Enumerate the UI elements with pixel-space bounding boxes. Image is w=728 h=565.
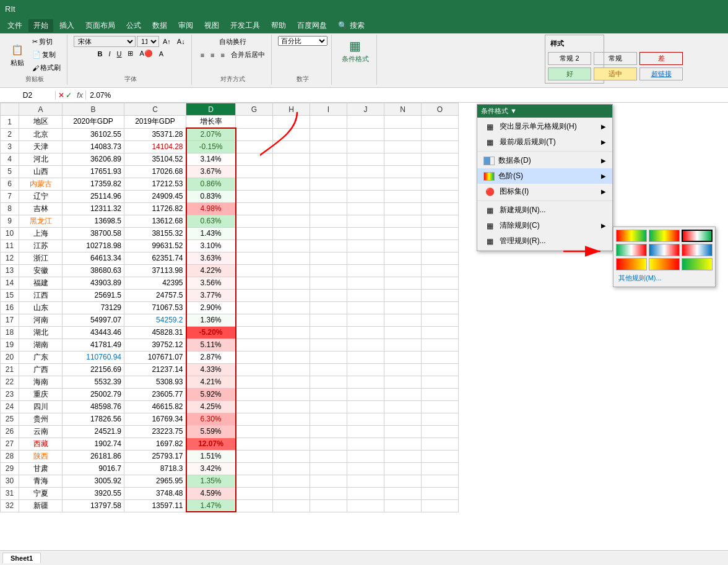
other-rules-link[interactable]: 其他规则(M)... <box>616 272 713 284</box>
cell-i-9[interactable] <box>310 215 347 227</box>
cell-g-18[interactable] <box>236 326 273 339</box>
cell-o-25[interactable] <box>422 413 459 425</box>
cell-o-14[interactable] <box>422 277 459 289</box>
cell-b-14[interactable]: 43903.89 <box>63 277 124 289</box>
cf-clearrule-item[interactable]: ▦ 清除规则(C) ▶ <box>477 218 612 233</box>
cell-g-9[interactable] <box>236 215 273 227</box>
underline-button[interactable]: U <box>115 49 124 59</box>
cell-j-24[interactable] <box>347 400 384 413</box>
cell-j-32[interactable] <box>347 499 384 512</box>
cell-o-31[interactable] <box>422 487 459 499</box>
cell-b-15[interactable]: 25691.5 <box>63 289 124 301</box>
cell-d-27[interactable]: 12.07% <box>186 438 236 450</box>
cell-j-28[interactable] <box>347 450 384 462</box>
cell-o-8[interactable] <box>422 202 459 215</box>
cell-d-22[interactable]: 4.21% <box>186 376 236 388</box>
cf-databar-item[interactable]: 数据条(D) ▶ <box>477 153 612 168</box>
style-normal2[interactable]: 常规 2 <box>548 52 591 65</box>
menu-review[interactable]: 审阅 <box>173 19 198 32</box>
cell-n-12[interactable] <box>384 252 422 264</box>
cell-b-18[interactable]: 43443.46 <box>63 326 124 339</box>
cell-h-31[interactable] <box>273 487 310 499</box>
cell-a-15[interactable]: 江西 <box>19 289 63 301</box>
cell-o-7[interactable] <box>422 190 459 202</box>
menu-insert[interactable]: 插入 <box>54 19 79 32</box>
cell-g-32[interactable] <box>236 499 273 512</box>
cell-o-12[interactable] <box>422 252 459 264</box>
cell-i-6[interactable] <box>310 178 347 190</box>
cell-o-23[interactable] <box>422 388 459 400</box>
cell-c-21[interactable]: 21237.14 <box>124 363 186 376</box>
cell-n-32[interactable] <box>384 499 422 512</box>
cell-n-18[interactable] <box>384 326 422 339</box>
cell-g-19[interactable] <box>236 339 273 351</box>
cell-o-10[interactable] <box>422 227 459 239</box>
cell-b-30[interactable]: 3005.92 <box>63 475 124 487</box>
cf-highlight-item[interactable]: ▦ 突出显示单元格规则(H) ▶ <box>477 119 612 134</box>
cell-g-24[interactable] <box>236 400 273 413</box>
cell-o-16[interactable] <box>422 301 459 314</box>
cell-a-25[interactable]: 贵州 <box>19 413 63 425</box>
cell-b-25[interactable]: 17826.56 <box>63 413 124 425</box>
cell-b-31[interactable]: 3920.55 <box>63 487 124 499</box>
cell-n-31[interactable] <box>384 487 422 499</box>
menu-help[interactable]: 帮助 <box>266 19 291 32</box>
cell-a-23[interactable]: 重庆 <box>19 388 63 400</box>
cell-d-8[interactable]: 4.98% <box>186 202 236 215</box>
cell-g-14[interactable] <box>236 277 273 289</box>
cell-i-17[interactable] <box>310 314 347 326</box>
cell-h-8[interactable] <box>273 202 310 215</box>
cell-b-29[interactable]: 9016.7 <box>63 462 124 475</box>
copy-button[interactable]: 📄 复制 <box>30 49 63 61</box>
style-normal[interactable]: 常规 <box>594 52 637 65</box>
cell-c-31[interactable]: 3748.48 <box>124 487 186 499</box>
sheet-tab-1[interactable]: Sheet1 <box>2 553 41 563</box>
cell-n-1[interactable] <box>384 116 422 129</box>
cell-h-6[interactable] <box>273 178 310 190</box>
cell-g-16[interactable] <box>236 301 273 314</box>
cell-d-2[interactable]: 2.07% <box>186 128 236 140</box>
cell-b-22[interactable]: 5532.39 <box>63 376 124 388</box>
cell-d-28[interactable]: 1.51% <box>186 450 236 462</box>
cell-d-10[interactable]: 1.43% <box>186 227 236 239</box>
cell-d-25[interactable]: 6.30% <box>186 413 236 425</box>
cell-a-19[interactable]: 湖南 <box>19 339 63 351</box>
cell-n-29[interactable] <box>384 462 422 475</box>
cell-a-24[interactable]: 四川 <box>19 400 63 413</box>
font-color-button[interactable]: A <box>157 49 166 59</box>
cell-g-17[interactable] <box>236 314 273 326</box>
cell-i-2[interactable] <box>310 128 347 140</box>
cell-b-26[interactable]: 24521.9 <box>63 425 124 438</box>
cell-c-29[interactable]: 8718.3 <box>124 462 186 475</box>
cell-d-30[interactable]: 1.35% <box>186 475 236 487</box>
cell-j-21[interactable] <box>347 363 384 376</box>
cell-a-22[interactable]: 海南 <box>19 376 63 388</box>
cell-c-2[interactable]: 35371.28 <box>124 128 186 140</box>
cell-j-25[interactable] <box>347 413 384 425</box>
format-painter-button[interactable]: 🖌 格式刷 <box>30 62 63 74</box>
align-center-button[interactable]: ≡ <box>208 50 217 60</box>
cell-c-26[interactable]: 23223.75 <box>124 425 186 438</box>
cell-o-28[interactable] <box>422 450 459 462</box>
cell-j-13[interactable] <box>347 264 384 277</box>
cell-a-18[interactable]: 湖北 <box>19 326 63 339</box>
cell-d-20[interactable]: 2.87% <box>186 351 236 363</box>
font-name-select[interactable]: 宋体 <box>74 36 136 47</box>
cell-g-7[interactable] <box>236 190 273 202</box>
cell-b-3[interactable]: 14083.73 <box>63 140 124 153</box>
col-header-c[interactable]: C <box>124 103 186 116</box>
cell-g-22[interactable] <box>236 376 273 388</box>
cell-o-19[interactable] <box>422 339 459 351</box>
cell-i-27[interactable] <box>310 438 347 450</box>
cell-a-32[interactable]: 新疆 <box>19 499 63 512</box>
cell-a-11[interactable]: 江苏 <box>19 239 63 252</box>
cf-managerule-item[interactable]: ▦ 管理规则(R)... <box>477 233 612 249</box>
cell-j-17[interactable] <box>347 314 384 326</box>
cell-c-19[interactable]: 39752.12 <box>124 339 186 351</box>
cell-g-12[interactable] <box>236 252 273 264</box>
cell-j-2[interactable] <box>347 128 384 140</box>
fill-color-button[interactable]: A🔴 <box>137 48 155 59</box>
cell-a-6[interactable]: 内蒙古 <box>19 178 63 190</box>
cs-gwr-btn[interactable] <box>616 244 647 256</box>
cell-j-29[interactable] <box>347 462 384 475</box>
